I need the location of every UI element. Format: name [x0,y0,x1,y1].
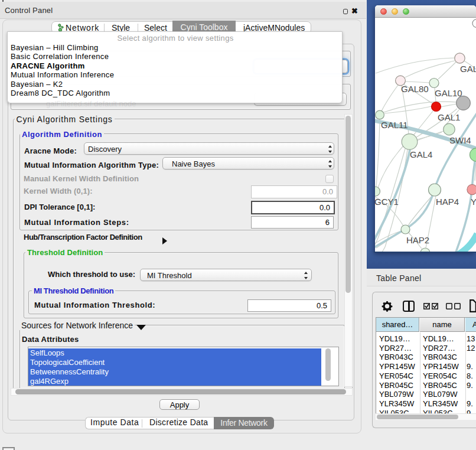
svg-text:GCY1: GCY1 [375,197,399,207]
svg-text:YD: YD [471,197,476,207]
svg-text:HAP4: HAP4 [436,197,459,207]
svg-text:GAL80: GAL80 [401,84,429,94]
svg-text:GAL1: GAL1 [438,112,460,122]
svg-text:HAP2: HAP2 [406,235,429,245]
svg-text:GAL2: GAL2 [460,64,476,74]
svg-text:SWI4: SWI4 [449,135,471,145]
svg-text:GAL10: GAL10 [435,88,462,98]
svg-text:GAL4: GAL4 [410,149,432,159]
svg-text:GAL11: GAL11 [381,120,408,130]
